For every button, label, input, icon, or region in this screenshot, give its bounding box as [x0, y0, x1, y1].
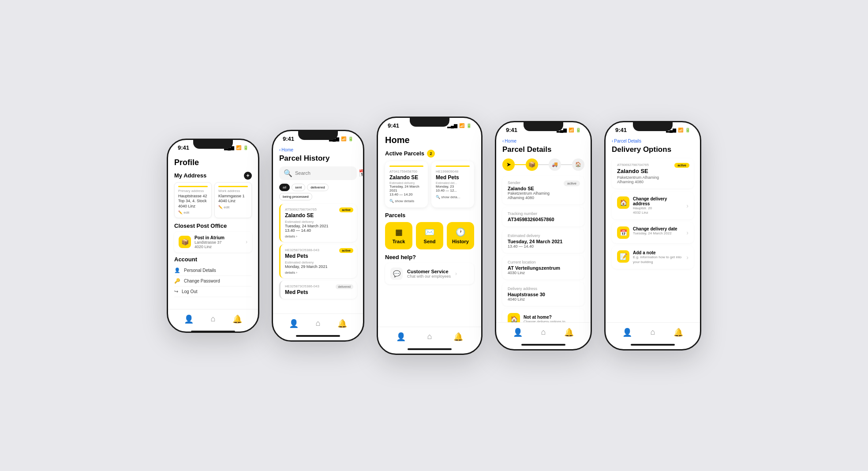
- change-password-item[interactable]: 🔑 Change Password: [174, 276, 252, 286]
- nav-person-icon-1[interactable]: 👤: [183, 314, 194, 324]
- active-parcels-title: Active Parcels: [385, 150, 424, 157]
- add-note-option[interactable]: 📝 Add a note E.g. information how to get…: [612, 246, 694, 269]
- parcel-card-3[interactable]: HE325873O5386-043 Med Pets delivered: [279, 281, 357, 299]
- post-office-card[interactable]: 📦 Post in Atrium Landstrasse 374020 Linz…: [174, 232, 252, 252]
- add-note-title: Add a note: [633, 250, 683, 255]
- tracking-value: AT345983260457860: [508, 217, 579, 222]
- nav-person-icon-3[interactable]: 👤: [396, 332, 406, 342]
- show-details-2[interactable]: 🔍 show deta...: [436, 195, 470, 199]
- yellow-bar-primary: [178, 186, 208, 187]
- sender-1: Zalando SE: [285, 212, 352, 219]
- sender-2: Med Pets: [285, 253, 352, 259]
- phone-profile: 9:41 ▂▄▆ 📶 🔋 Profile My Address + Primar…: [167, 139, 259, 333]
- time-2: 9:41: [283, 136, 294, 142]
- delivery-sub: 4040 Linz: [508, 297, 579, 301]
- customer-service-card[interactable]: 💬 Customer Service Chat with our employe…: [385, 263, 474, 284]
- delivery-sender-sub1: Paketzentrum Alhaming: [617, 175, 688, 180]
- edit-primary-link[interactable]: ✏️ edit: [178, 211, 208, 215]
- calendar-icon-2[interactable]: 📅: [359, 169, 363, 177]
- est-delivery-value: Tuesday, 24 March 2021: [508, 239, 579, 244]
- home-tracking-1: AT041759458700: [389, 170, 423, 173]
- home-sender-1: Zalando SE: [389, 174, 423, 181]
- current-value: AT Verteilungszentrum: [508, 265, 579, 271]
- parcel-cards-row: AT041759458700 Zalando SE Estimated deli…: [385, 161, 474, 207]
- tracking-label: Tracking number: [508, 211, 579, 216]
- home-parcel-card-2[interactable]: HE199809048 Med Pets Estimated del... Mo…: [431, 161, 474, 207]
- personal-details-item[interactable]: 👤 Personal Details: [174, 265, 252, 276]
- step-home-icon: 🏠: [572, 158, 584, 171]
- nav-home-icon-1[interactable]: ⌂: [208, 314, 218, 324]
- nav-bell-icon-3[interactable]: 🔔: [453, 332, 464, 342]
- battery-icon: 🔋: [243, 145, 248, 150]
- nav-home-icon-4[interactable]: ⌂: [538, 327, 549, 338]
- current-sub: 4030 Linz: [508, 271, 579, 275]
- nav-bell-icon-4[interactable]: 🔔: [564, 327, 574, 338]
- bottom-area-5: 👤 ⌂ 🔔: [606, 322, 700, 349]
- home-parcel-card-1[interactable]: AT041759458700 Zalando SE Estimated deli…: [385, 161, 428, 207]
- badge-1: active: [339, 207, 353, 212]
- parcel-card-2[interactable]: HE325873O5388-043 Med Pets Estimated del…: [279, 245, 357, 278]
- need-help-title: Need help?: [385, 254, 474, 260]
- add-note-info: Add a note E.g. information how to get i…: [633, 250, 683, 264]
- back-link-2[interactable]: ‹ Home: [279, 147, 357, 152]
- change-password-label: Change Password: [184, 279, 220, 283]
- log-out-item[interactable]: ↪ Log Out: [174, 286, 252, 297]
- parcel-detail-content: ‹ Home Parcel Details ➤ 📦 🚚 🏠 Sender: [496, 135, 591, 322]
- history-button[interactable]: 🕐 History: [447, 222, 474, 249]
- show-details-1[interactable]: 🔍 show details: [389, 199, 423, 203]
- add-address-button[interactable]: +: [244, 172, 252, 180]
- back-link-5[interactable]: ‹ Parcel Details: [612, 139, 694, 143]
- nav-person-icon-4[interactable]: 👤: [513, 327, 523, 338]
- nav-bell-icon-1[interactable]: 🔔: [232, 314, 243, 324]
- bottom-indicator-2: [296, 335, 340, 337]
- active-parcels-count: 2: [427, 150, 435, 158]
- back-arrow-5: ‹: [612, 139, 613, 143]
- sender-sub: Paketzentrum AlhamingAlhaming 4080: [508, 191, 579, 200]
- bottom-indicator-3: [408, 348, 452, 350]
- nav-home-icon-3[interactable]: ⌂: [424, 332, 435, 342]
- not-home-card[interactable]: 🏠 Not at home? Change delivery options t…: [502, 309, 584, 322]
- change-date-info: Change delivery date Tuesday, 24 March 2…: [633, 226, 683, 236]
- filter-being-processed[interactable]: being processed: [279, 193, 312, 200]
- bottom-bar-3: 👤 ⌂ 🔔: [378, 327, 481, 348]
- delivery-options-title: Delivery Options: [612, 145, 694, 154]
- nav-person-icon-2[interactable]: 👤: [288, 318, 299, 329]
- nav-home-icon-5[interactable]: ⌂: [647, 327, 658, 338]
- edit-work-link[interactable]: ✏️ edit: [218, 205, 248, 209]
- battery-icon-4: 🔋: [576, 128, 581, 132]
- nav-home-icon-2[interactable]: ⌂: [313, 318, 323, 329]
- delivery-label: Delivery address: [508, 286, 579, 291]
- battery-icon-5: 🔋: [685, 128, 690, 132]
- account-section: Account 👤 Personal Details 🔑 Change Pass…: [174, 256, 252, 297]
- home-content: Home Active Parcels 2 AT041759458700 Zal…: [378, 131, 481, 327]
- change-address-icon: 🏠: [617, 196, 629, 209]
- account-title: Account: [174, 256, 252, 263]
- filter-all[interactable]: all: [279, 184, 290, 191]
- not-home-text: Not at home? Change delivery options to: [524, 315, 565, 322]
- phone-home: 9:41 ▂▄▆ 📶 🔋 Home Active Parcels 2 AT041…: [377, 117, 483, 355]
- need-help-section: Need help? 💬 Customer Service Chat with …: [385, 254, 474, 284]
- details-link-2[interactable]: details ›: [285, 271, 352, 275]
- nav-bell-icon-2[interactable]: 🔔: [337, 318, 348, 329]
- nav-person-icon-5[interactable]: 👤: [622, 327, 632, 338]
- parcel-card-1[interactable]: AT50692798704765 Zalando SE Estimated de…: [279, 204, 357, 242]
- filter-delivered[interactable]: delivered: [307, 184, 328, 191]
- bottom-area-4: 👤 ⌂ 🔔: [496, 322, 591, 349]
- history-content: ‹ Home Parcel History 🔍 📅 all sent deliv…: [273, 144, 363, 313]
- search-input[interactable]: [295, 170, 356, 176]
- change-date-chevron-icon: ›: [686, 229, 688, 236]
- back-link-4[interactable]: ‹ Home: [502, 139, 584, 143]
- change-date-option[interactable]: 📅 Change delivery date Tuesday, 24 March…: [612, 222, 694, 243]
- nav-bell-icon-5[interactable]: 🔔: [673, 327, 684, 338]
- bottom-bar-5: 👤 ⌂ 🔔: [606, 322, 700, 344]
- history-icon: 🕐: [456, 227, 465, 237]
- track-button[interactable]: ▦ Track: [385, 222, 412, 249]
- time-4: 9:41: [506, 127, 517, 133]
- change-address-option[interactable]: 🏠 Change delivery address Hauptstr. 2040…: [612, 192, 694, 220]
- battery-icon-2: 🔋: [348, 136, 353, 141]
- home-date-1: Tuesday, 24 March 2021: [389, 185, 423, 192]
- details-link-1[interactable]: details ›: [285, 234, 352, 238]
- send-button[interactable]: ✉️ Send: [416, 222, 443, 249]
- est-delivery-time: 13.40 — 14.40: [508, 244, 579, 249]
- filter-sent[interactable]: sent: [292, 184, 305, 191]
